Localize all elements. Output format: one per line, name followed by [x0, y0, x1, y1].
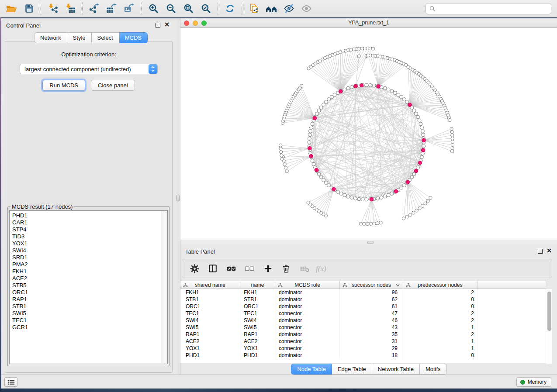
network-node[interactable] — [369, 83, 372, 87]
deselect-all-button[interactable] — [242, 261, 257, 276]
mcds-hub-node[interactable] — [339, 89, 343, 93]
memory-button[interactable]: Memory — [516, 377, 551, 387]
network-node[interactable] — [350, 196, 353, 199]
network-node[interactable] — [450, 131, 453, 134]
network-node[interactable] — [402, 98, 406, 101]
network-node[interactable] — [285, 170, 288, 173]
network-node[interactable] — [422, 133, 425, 137]
network-node[interactable] — [394, 91, 397, 95]
network-node[interactable] — [322, 103, 325, 107]
network-node[interactable] — [361, 198, 364, 201]
network-node[interactable] — [421, 204, 424, 207]
network-node[interactable] — [283, 163, 286, 166]
zoom-fit-button[interactable] — [180, 1, 197, 16]
network-node[interactable] — [429, 196, 432, 199]
network-node[interactable] — [390, 89, 394, 93]
table-row[interactable]: ORC1ORC1dominator610 — [180, 303, 546, 310]
export-table-button[interactable] — [103, 1, 121, 16]
mcds-result-item[interactable]: SWI5 — [12, 310, 167, 317]
network-node[interactable] — [336, 190, 340, 193]
network-node[interactable] — [327, 98, 331, 101]
window-minimize-button[interactable] — [193, 21, 198, 26]
network-node[interactable] — [366, 222, 369, 225]
network-node[interactable] — [415, 209, 418, 212]
network-node[interactable] — [279, 144, 282, 147]
mcds-result-item[interactable]: STB5 — [12, 282, 167, 289]
table-row[interactable]: RAP1RAP1dominator352 — [180, 331, 546, 338]
float-panel-icon[interactable] — [538, 249, 543, 254]
table-tab-node-table[interactable]: Node Table — [291, 364, 332, 375]
network-node[interactable] — [451, 134, 454, 137]
column-header-MCDS-role[interactable]: MCDS role — [275, 281, 340, 289]
network-node[interactable] — [308, 137, 311, 140]
network-node[interactable] — [448, 118, 451, 121]
network-node[interactable] — [390, 192, 394, 196]
column-header-shared-name[interactable]: shared name — [180, 281, 240, 289]
network-node[interactable] — [372, 84, 376, 87]
network-node[interactable] — [324, 181, 328, 185]
first-neighbors-button[interactable] — [263, 1, 280, 16]
table-row[interactable]: SWI4SWI4dominator462 — [180, 317, 546, 324]
network-node[interactable] — [353, 197, 357, 200]
network-node[interactable] — [346, 195, 350, 198]
search-box[interactable] — [426, 3, 551, 14]
network-node[interactable] — [311, 122, 314, 126]
show-panels-list-button[interactable] — [4, 377, 17, 387]
network-node[interactable] — [363, 222, 366, 225]
network-node[interactable] — [416, 115, 420, 119]
network-node[interactable] — [376, 222, 379, 225]
network-node[interactable] — [324, 100, 328, 103]
network-node[interactable] — [400, 186, 403, 189]
window-zoom-button[interactable] — [201, 21, 207, 26]
network-node[interactable] — [402, 217, 405, 220]
network-node[interactable] — [402, 184, 406, 187]
network-node[interactable] — [365, 83, 368, 87]
table-row[interactable]: SWI5SWI5connector431 — [180, 324, 546, 331]
network-canvas[interactable] — [180, 28, 557, 240]
network-node[interactable] — [319, 106, 323, 109]
close-panel-button[interactable]: Close panel — [91, 80, 135, 91]
mcds-hub-node[interactable] — [308, 146, 311, 150]
mcds-result-item[interactable]: GCR1 — [12, 324, 167, 331]
network-node[interactable] — [330, 95, 333, 99]
network-node[interactable] — [451, 147, 454, 150]
create-column-button[interactable] — [260, 261, 276, 276]
mcds-list-scrollbar[interactable] — [161, 211, 167, 363]
zoom-selected-button[interactable] — [197, 1, 214, 16]
zoom-out-button[interactable] — [162, 1, 180, 16]
network-node[interactable] — [350, 86, 353, 89]
clone-network-button[interactable] — [245, 1, 263, 16]
network-node[interactable] — [365, 198, 368, 201]
network-node[interactable] — [383, 195, 387, 198]
network-node[interactable] — [416, 166, 420, 169]
tab-network[interactable]: Network — [34, 32, 67, 43]
network-node[interactable] — [359, 222, 362, 225]
mcds-hub-node[interactable] — [309, 154, 313, 158]
table-row[interactable]: TEC1TEC1connector472 — [180, 310, 546, 317]
search-input[interactable] — [438, 6, 547, 12]
mcds-hub-node[interactable] — [414, 169, 418, 173]
network-node[interactable] — [412, 211, 415, 214]
tab-mcds[interactable]: MCDS — [119, 32, 148, 43]
mcds-result-item[interactable]: CAR1 — [12, 219, 167, 226]
mcds-result-item[interactable]: PHD1 — [12, 212, 167, 219]
network-node[interactable] — [412, 172, 416, 176]
network-node[interactable] — [451, 137, 454, 140]
network-node[interactable] — [284, 166, 287, 169]
mcds-hub-node[interactable] — [377, 85, 381, 89]
network-node[interactable] — [451, 143, 454, 146]
import-table-button[interactable] — [62, 1, 79, 16]
mcds-hub-node[interactable] — [421, 148, 425, 152]
export-network-button[interactable] — [86, 1, 103, 16]
table-row[interactable]: PHD1PHD1dominator180 — [180, 352, 546, 359]
network-node[interactable] — [310, 126, 313, 129]
split-panel-button[interactable] — [205, 261, 221, 276]
float-panel-icon[interactable] — [156, 23, 160, 28]
network-node[interactable] — [357, 55, 360, 58]
network-node[interactable] — [369, 222, 372, 225]
show-all-button[interactable] — [298, 1, 315, 16]
network-node[interactable] — [308, 141, 311, 144]
network-node[interactable] — [412, 109, 416, 112]
mcds-result-item[interactable]: TEC1 — [12, 317, 167, 324]
select-all-button[interactable] — [223, 261, 239, 276]
